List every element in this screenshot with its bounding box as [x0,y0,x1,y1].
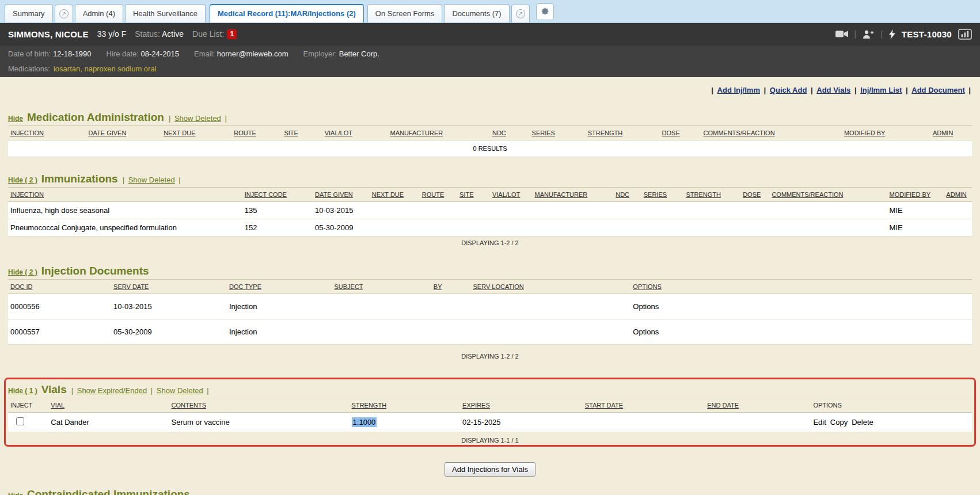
column-header[interactable]: VIAL/LOT [322,126,388,140]
column-header[interactable]: VIAL/LOT [490,188,533,202]
column-header[interactable]: COMMENTS/REACTION [701,126,842,140]
separator: | [169,114,170,123]
column-header[interactable]: DOSE [660,126,701,140]
tab-admin[interactable]: Admin (4) [75,4,123,22]
column-header[interactable]: NDC [613,188,641,202]
edit-link[interactable]: Edit [813,418,826,427]
column-header[interactable]: EXPIRES [460,398,583,413]
show-deleted-link[interactable]: Show Deleted [174,114,221,123]
due-list[interactable]: Due List:1 [192,29,237,39]
column-header[interactable]: MANUFACTURER [533,188,614,202]
table-row[interactable]: Cat Dander Serum or vaccine 1:1000 02-15… [8,413,972,432]
hide-link[interactable]: Hide [8,492,23,495]
column-header[interactable]: DATE GIVEN [86,126,162,140]
cell [370,219,420,237]
column-header[interactable]: BY [431,280,471,294]
column-header[interactable]: ADMIN [930,126,972,140]
column-header[interactable]: SERIES [530,126,586,140]
chart-id: TEST-10030 [902,29,952,39]
options-link[interactable]: Options [633,302,659,311]
column-header[interactable]: SERIES [641,188,684,202]
column-header[interactable]: DOSE [740,188,769,202]
column-header[interactable]: INJECTION [8,188,242,202]
popout-button[interactable]: ↗ [511,5,530,22]
tab-summary[interactable]: Summary [5,4,53,22]
show-deleted-link[interactable]: Show Deleted [128,176,175,184]
cell-doc-type: Injection [227,319,332,345]
add-user-icon[interactable] [863,30,874,39]
hide-link[interactable]: Hide ( 2 ) [8,268,37,276]
cell [420,219,457,237]
column-header[interactable]: CONTENTS [169,398,350,413]
table-row[interactable]: 0000557 05-30-2009 Injection Options [8,319,972,345]
video-camera-icon[interactable] [835,30,848,38]
column-header[interactable]: NEXT DUE [370,188,420,202]
options-link[interactable]: Options [633,328,659,336]
column-header[interactable]: NDC [490,126,530,140]
add-vials-link[interactable]: Add Vials [816,86,850,94]
add-document-link[interactable]: Add Document [911,86,964,94]
separator: | [711,86,713,94]
add-injections-for-vials-button[interactable]: Add Injections for Vials [445,462,535,477]
cell [533,202,614,219]
copy-link[interactable]: Copy [830,418,848,427]
show-deleted-link[interactable]: Show Deleted [157,386,203,395]
cell [944,219,972,237]
column-header[interactable]: ROUTE [231,126,282,140]
hide-link[interactable]: Hide ( 2 ) [8,176,37,184]
section-title: Contraindicated Immunizations [27,488,190,495]
section-vials: Hide ( 1 ) Vials | Show Expired/Ended | … [8,383,972,448]
column-header[interactable]: STRENGTH [350,398,461,413]
inj-imm-list-link[interactable]: Inj/Imm List [860,86,902,94]
due-list-badge[interactable]: 1 [227,29,237,39]
column-header[interactable]: SITE [457,188,490,202]
column-header[interactable]: DOC ID [8,280,111,294]
tab-medical-record[interactable]: Medical Record (11):MAR/Injections (2) [210,4,364,22]
separator: | [968,86,971,94]
tab-health-surveillance[interactable]: Health Surveillance [125,4,206,22]
column-header[interactable]: ROUTE [420,188,457,202]
cell [533,219,614,237]
table-row[interactable]: Influenza, high dose seasonal 135 10-03-… [8,202,972,219]
column-header[interactable]: COMMENTS/REACTION [769,188,887,202]
tab-on-screen-forms[interactable]: On Screen Forms [367,4,443,22]
add-inj-imm-link[interactable]: Add Inj/Imm [717,86,760,94]
column-header[interactable]: MANUFACTURER [388,126,490,140]
medication-link[interactable]: losartan [54,64,80,73]
column-header[interactable]: SERV DATE [111,280,227,294]
chart-icon[interactable] [958,29,972,40]
quick-add-link[interactable]: Quick Add [770,86,807,94]
popout-button[interactable]: ↗ [55,5,73,22]
table-row[interactable]: 0000556 10-03-2015 Injection Options [8,294,972,319]
column-header[interactable]: SUBJECT [332,280,431,294]
column-header[interactable]: STRENGTH [683,188,740,202]
column-header[interactable]: INJECTION [8,126,86,140]
column-header[interactable]: OPTIONS [630,280,972,294]
column-header[interactable]: VIAL [48,398,169,413]
column-header[interactable]: START DATE [583,398,705,413]
column-header[interactable]: DOC TYPE [227,280,332,294]
tab-documents[interactable]: Documents (7) [444,4,509,22]
column-header[interactable]: MODIFIED BY [887,188,944,202]
cell-doc-type: Injection [227,294,332,319]
vial-select-checkbox[interactable] [16,417,24,425]
hide-link[interactable]: Hide ( 1 ) [8,387,37,395]
column-header[interactable]: SERV LOCATION [470,280,630,294]
cell [457,219,490,237]
column-header[interactable]: INJECT CODE [242,188,313,202]
delete-link[interactable]: Delete [852,418,873,427]
table-row[interactable]: Pneumococcal Conjugate, unspecified form… [8,219,972,237]
column-header[interactable]: END DATE [705,398,811,413]
show-expired-link[interactable]: Show Expired/Ended [77,386,147,395]
column-header[interactable]: STRENGTH [586,126,660,140]
column-header[interactable]: DATE GIVEN [313,188,370,202]
medication-link[interactable]: naproxen sodium oral [84,64,156,73]
separator: | [854,86,857,94]
hide-link[interactable]: Hide [8,115,23,123]
settings-button[interactable] [536,3,554,20]
column-header[interactable]: SITE [282,126,322,140]
column-header[interactable]: ADMIN [944,188,972,202]
column-header[interactable]: NEXT DUE [161,126,231,140]
column-header[interactable]: MODIFIED BY [842,126,930,140]
lightning-bolt-icon[interactable] [889,29,895,39]
